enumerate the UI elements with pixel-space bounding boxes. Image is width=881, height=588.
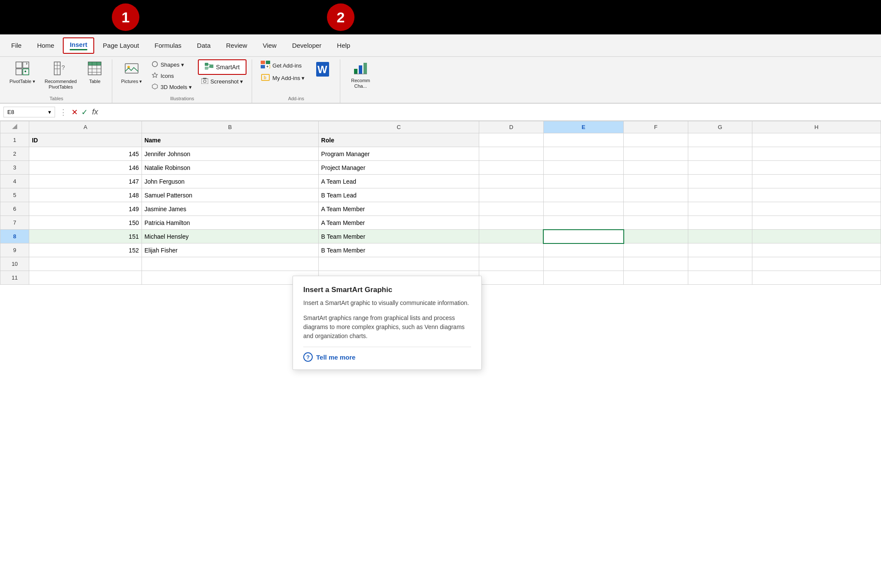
menu-formulas[interactable]: Formulas [148,38,188,52]
cell-a11[interactable] [29,271,142,285]
cell-e6[interactable] [543,202,624,216]
formula-input[interactable] [102,111,878,114]
menu-home[interactable]: Home [30,38,61,52]
col-header-e[interactable]: E [543,121,624,133]
my-addins-button[interactable]: b My Add-ins ▾ [257,72,308,84]
cell-d10[interactable] [479,257,543,271]
cell-f9[interactable] [624,243,688,257]
cell-h9[interactable] [752,243,881,257]
cell-a2[interactable]: 145 [29,147,142,161]
cell-f4[interactable] [624,175,688,188]
cell-f8[interactable] [624,230,688,243]
cell-d5[interactable] [479,188,543,202]
cell-b8[interactable]: Michael Hensley [142,230,318,243]
shapes-button[interactable]: Shapes ▾ [148,59,195,70]
cell-c8[interactable]: B Team Member [318,230,479,243]
cell-b6[interactable]: Jasmine James [142,202,318,216]
cell-f6[interactable] [624,202,688,216]
cell-d9[interactable] [479,243,543,257]
cell-b7[interactable]: Patricia Hamilton [142,216,318,230]
get-addins-button[interactable]: + Get Add-ins [257,59,308,72]
cell-c10[interactable] [318,257,479,271]
menu-review[interactable]: Review [219,38,254,52]
cell-a4[interactable]: 147 [29,175,142,188]
cell-e2[interactable] [543,147,624,161]
cell-h4[interactable] [752,175,881,188]
cell-g8[interactable] [688,230,752,243]
table-button[interactable]: Table [83,59,107,86]
col-header-d[interactable]: D [479,121,543,133]
cell-g6[interactable] [688,202,752,216]
cell-d1[interactable] [479,133,543,147]
menu-data[interactable]: Data [190,38,218,52]
col-header-f[interactable]: F [624,121,688,133]
cell-h6[interactable] [752,202,881,216]
cell-e7[interactable] [543,216,624,230]
word-icon-button[interactable]: W [311,59,335,81]
cell-b3[interactable]: Natalie Robinson [142,161,318,175]
cell-b4[interactable]: John Ferguson [142,175,318,188]
menu-pagelayout[interactable]: Page Layout [96,38,146,52]
cell-a7[interactable]: 150 [29,216,142,230]
cell-e9[interactable] [543,243,624,257]
cell-c5[interactable]: B Team Lead [318,188,479,202]
recommended-pivottables-button[interactable]: ? RecommendedPivotTables [41,59,80,92]
cell-c1[interactable]: Role [318,133,479,147]
cell-c3[interactable]: Project Manager [318,161,479,175]
cell-a10[interactable] [29,257,142,271]
cell-a1[interactable]: ID [29,133,142,147]
cell-a6[interactable]: 149 [29,202,142,216]
cell-f3[interactable] [624,161,688,175]
menu-insert[interactable]: Insert [63,37,94,54]
menu-developer[interactable]: Developer [285,38,328,52]
smartart-button[interactable]: SmartArt [198,59,246,75]
cell-g5[interactable] [688,188,752,202]
cell-d8[interactable] [479,230,543,243]
cell-c4[interactable]: A Team Lead [318,175,479,188]
cell-g11[interactable] [688,271,752,285]
cell-f10[interactable] [624,257,688,271]
cell-h2[interactable] [752,147,881,161]
cell-e1[interactable] [543,133,624,147]
cell-h8[interactable] [752,230,881,243]
cell-c6[interactable]: A Team Member [318,202,479,216]
col-header-g[interactable]: G [688,121,752,133]
col-header-b[interactable]: B [142,121,318,133]
icons-button[interactable]: Icons [148,71,195,81]
cell-d4[interactable] [479,175,543,188]
col-header-c[interactable]: C [318,121,479,133]
cell-b11[interactable] [142,271,318,285]
tell-me-more-link[interactable]: ? Tell me more [303,352,471,362]
cell-g9[interactable] [688,243,752,257]
cell-c2[interactable]: Program Manager [318,147,479,161]
cell-f7[interactable] [624,216,688,230]
cell-a3[interactable]: 146 [29,161,142,175]
cell-h11[interactable] [752,271,881,285]
cell-d2[interactable] [479,147,543,161]
cell-b5[interactable]: Samuel Patterson [142,188,318,202]
cell-g1[interactable] [688,133,752,147]
cell-ref-dropdown-icon[interactable]: ▾ [48,109,51,115]
cell-b1[interactable]: Name [142,133,318,147]
3dmodels-button[interactable]: 3D Models ▾ [148,82,195,92]
cell-f5[interactable] [624,188,688,202]
cell-h7[interactable] [752,216,881,230]
cell-e5[interactable] [543,188,624,202]
cell-h3[interactable] [752,161,881,175]
menu-view[interactable]: View [256,38,283,52]
cell-f1[interactable] [624,133,688,147]
cell-a8[interactable]: 151 [29,230,142,243]
cell-a9[interactable]: 152 [29,243,142,257]
cell-b9[interactable]: Elijah Fisher [142,243,318,257]
cancel-formula-icon[interactable]: ✕ [71,108,78,117]
cell-d6[interactable] [479,202,543,216]
cell-d3[interactable] [479,161,543,175]
cell-h10[interactable] [752,257,881,271]
cell-h5[interactable] [752,188,881,202]
cell-b2[interactable]: Jennifer Johnson [142,147,318,161]
cell-e4[interactable] [543,175,624,188]
cell-b10[interactable] [142,257,318,271]
cell-reference-box[interactable]: E8 ▾ [3,107,55,117]
cell-a5[interactable]: 148 [29,188,142,202]
cell-f11[interactable] [624,271,688,285]
